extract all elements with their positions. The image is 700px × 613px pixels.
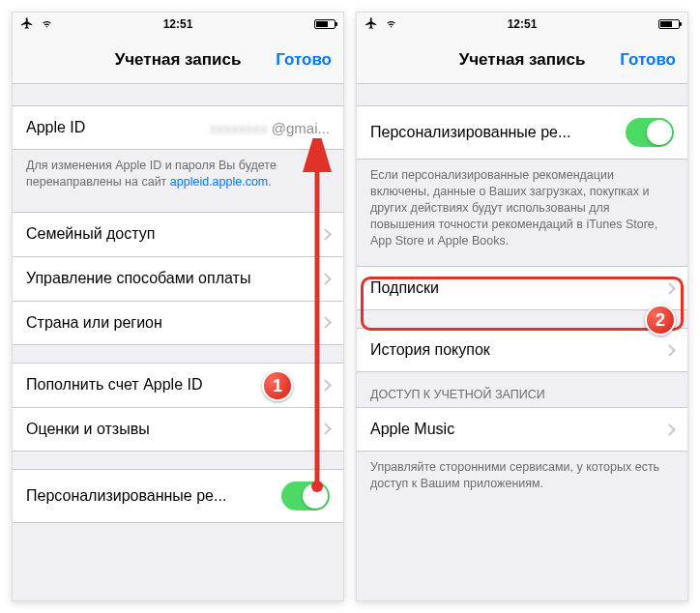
appleid-link[interactable]: appleid.apple.com	[170, 175, 268, 189]
apple-id-label: Apple ID	[26, 119, 210, 136]
airplane-icon	[20, 16, 34, 33]
apple-id-value: @gmai...	[272, 120, 330, 136]
done-button[interactable]: Готово	[276, 36, 332, 83]
manage-payments-row[interactable]: Управление способами оплаты	[13, 256, 343, 301]
nav-title: Учетная запись	[115, 50, 242, 70]
status-bar: 12:51	[13, 13, 343, 36]
access-footer: Управляйте сторонними сервисами, у котор…	[357, 452, 687, 496]
purchase-history-row[interactable]: История покупок	[357, 328, 687, 372]
status-time: 12:51	[126, 17, 231, 31]
chevron-icon	[663, 344, 676, 357]
apple-music-row[interactable]: Apple Music	[357, 407, 687, 452]
subscriptions-row[interactable]: Подписки	[357, 266, 687, 310]
wifi-icon	[40, 17, 54, 32]
status-bar: 12:51	[357, 13, 687, 36]
apple-id-footer: Для изменения Apple ID и пароля Вы будет…	[13, 150, 343, 194]
apple-id-row[interactable]: Apple ID xxxxxxxx @gmai...	[13, 105, 343, 150]
account-access-header: ДОСТУП К УЧЕТНОЙ ЗАПИСИ	[357, 372, 687, 407]
wifi-icon	[384, 17, 398, 32]
personalized-recs-row[interactable]: Персонализированные ре...	[13, 469, 343, 523]
personalized-switch[interactable]	[626, 118, 674, 147]
chevron-icon	[319, 379, 332, 392]
content-right: Персонализированные ре... Если персонали…	[357, 84, 687, 600]
nav-bar: Учетная запись Готово	[13, 36, 343, 84]
chevron-icon	[319, 316, 332, 329]
airplane-icon	[365, 16, 378, 33]
nav-title: Учетная запись	[459, 50, 586, 70]
add-funds-row[interactable]: Пополнить счет Apple ID	[13, 363, 343, 407]
phone-right: 12:51 Учетная запись Готово Персонализир…	[356, 12, 688, 601]
chevron-icon	[319, 423, 332, 435]
content-left: Apple ID xxxxxxxx @gmai... Для изменения…	[13, 84, 343, 600]
personalized-footer: Если персонализированные рекомендации вк…	[357, 160, 687, 252]
personalized-recs-row[interactable]: Персонализированные ре...	[357, 105, 687, 160]
chevron-icon	[319, 228, 332, 241]
chevron-icon	[319, 273, 332, 285]
ratings-reviews-row[interactable]: Оценки и отзывы	[13, 407, 343, 452]
nav-bar: Учетная запись Готово	[357, 36, 687, 84]
status-time: 12:51	[470, 17, 575, 31]
battery-icon	[314, 19, 335, 29]
family-sharing-row[interactable]: Семейный доступ	[13, 212, 343, 256]
personalized-switch[interactable]	[281, 482, 330, 511]
phone-left: 12:51 Учетная запись Готово Apple ID xxx…	[12, 12, 344, 601]
battery-icon	[658, 19, 680, 29]
chevron-icon	[663, 282, 676, 295]
chevron-icon	[663, 423, 676, 436]
apple-id-blur: xxxxxxxx	[210, 120, 268, 136]
done-button[interactable]: Готово	[620, 36, 676, 83]
country-region-row[interactable]: Страна или регион	[13, 301, 343, 345]
